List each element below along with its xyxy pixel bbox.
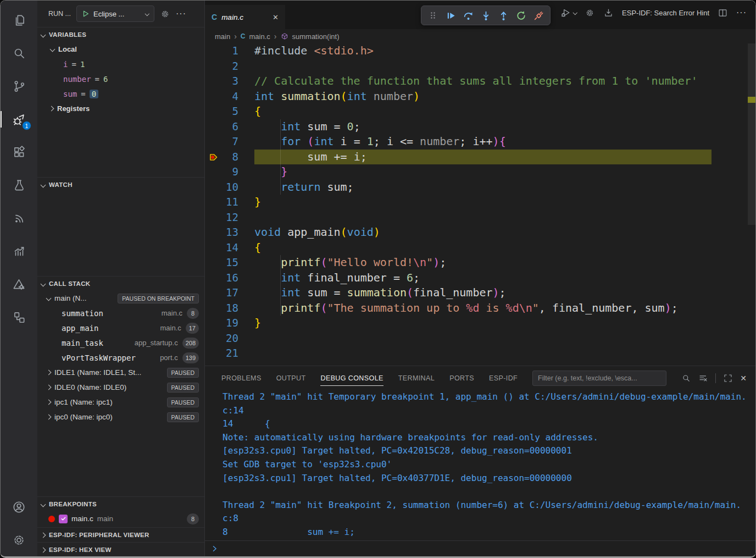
settings-gear-icon[interactable] [585, 8, 595, 18]
chevron-right-icon [41, 532, 46, 538]
current-breakpoint-icon[interactable] [209, 152, 219, 162]
run-or-debug-icon[interactable] [560, 7, 577, 18]
restart-icon[interactable] [513, 7, 529, 24]
code-line[interactable]: 15 printf("Hello world!\n"); [205, 255, 755, 270]
panel-tab-ports[interactable]: PORTS [449, 371, 474, 385]
hex-view-header[interactable]: ESP-IDF: HEX VIEW [37, 543, 204, 556]
scope-local[interactable]: Local [37, 42, 204, 57]
code-line[interactable]: 11} [205, 195, 755, 210]
close-tab-icon[interactable]: ✕ [273, 13, 279, 21]
references-icon[interactable] [1, 301, 37, 334]
scrollbar-slider[interactable] [748, 43, 755, 225]
start-debug-icon[interactable] [82, 10, 90, 18]
thread-main[interactable]: main (N... PAUSED ON BREAKPOINT [37, 291, 204, 306]
code-line[interactable]: 9 } [205, 164, 755, 180]
breadcrumb-symbol[interactable]: summation(int) [292, 32, 340, 41]
code-line[interactable]: 17 int sum = summation(final_number); [205, 285, 755, 301]
breakpoint-checkbox[interactable] [59, 515, 68, 523]
panel-tab-esp-idf[interactable]: ESP-IDF [489, 371, 518, 385]
drag-handle-icon[interactable] [425, 7, 441, 24]
paused-on-breakpoint-badge: PAUSED ON BREAKPOINT [118, 294, 199, 303]
code-line[interactable]: 21 [205, 346, 755, 361]
app-trace-icon[interactable] [1, 235, 37, 268]
settings-gear-icon[interactable] [1, 523, 37, 556]
code-line[interactable]: 18 printf("The summation up to %d is %d\… [205, 301, 755, 316]
code-line[interactable]: 10 return sum; [205, 180, 755, 195]
search-icon[interactable] [1, 37, 37, 70]
code-line[interactable]: 5{ [205, 104, 755, 119]
breakpoints-header[interactable]: BREAKPOINTS [37, 497, 204, 511]
panel-tab-debug-console[interactable]: DEBUG CONSOLE [320, 371, 383, 386]
console-filter-input[interactable] [532, 371, 666, 386]
thread-row[interactable]: IDLE0 (Name: IDLE0)PAUSED [37, 380, 204, 395]
run-and-debug-icon[interactable]: 1 [1, 103, 37, 136]
testing-icon[interactable] [1, 169, 37, 202]
debug-console-output[interactable]: Thread 2 "main" hit Temporary breakpoint… [205, 390, 755, 540]
code-line[interactable]: 1#include <stdio.h> [205, 43, 755, 59]
line-number: 21 [226, 347, 238, 359]
explorer-icon[interactable] [1, 4, 37, 37]
stack-frame-row[interactable]: vPortTaskWrapperport.c139 [37, 350, 204, 365]
debug-console-input[interactable] [205, 540, 755, 556]
stack-frame-row[interactable]: app_mainmain.c17 [37, 321, 204, 335]
split-editor-icon[interactable] [718, 8, 728, 18]
code-line[interactable]: 6 int sum = 0; [205, 119, 755, 135]
launch-config-dropdown[interactable]: Eclipse ... [76, 5, 154, 22]
code-line[interactable]: 20 [205, 331, 755, 346]
esp-idf-tools-icon[interactable] [1, 268, 37, 301]
thread-row[interactable]: ipc0 (Name: ipc0)PAUSED [37, 410, 204, 424]
step-into-icon[interactable] [477, 7, 494, 24]
code-line[interactable]: 7 for (int i = 1; i <= number; i++){ [205, 134, 755, 150]
code-line[interactable]: 3// Calculate the function that sums all… [205, 74, 755, 89]
breakpoint-item[interactable]: main.c main 8 [37, 511, 204, 526]
panel-tab-terminal[interactable]: TERMINAL [398, 371, 435, 385]
code-line[interactable]: 8 sum += i; [205, 150, 755, 165]
debug-settings-gear-icon[interactable] [160, 9, 170, 19]
peripheral-viewer-header[interactable]: ESP-IDF: PERIPHERAL VIEWER [37, 528, 204, 542]
step-over-icon[interactable] [460, 7, 476, 24]
editor-scrollbar[interactable] [748, 43, 755, 366]
call-stack-header[interactable]: CALL STACK [37, 277, 204, 291]
continue-icon[interactable] [442, 7, 459, 24]
scope-registers[interactable]: Registers [37, 101, 204, 116]
code-line[interactable]: 19} [205, 316, 755, 331]
stack-frame-row[interactable]: summationmain.c8 [37, 306, 204, 321]
stack-frame-row[interactable]: main_taskapp_startup.c208 [37, 335, 204, 350]
code-line[interactable]: 16 int final_number = 6; [205, 270, 755, 286]
code-line[interactable]: 4int summation(int number) [205, 89, 755, 104]
code-editor[interactable]: 1#include <stdio.h>23// Calculate the fu… [205, 43, 755, 366]
variable-row[interactable]: number = 6 [37, 71, 204, 86]
source-control-icon[interactable] [1, 70, 37, 103]
flash-download-icon[interactable] [603, 8, 614, 18]
variables-header[interactable]: VARIABLES [37, 27, 204, 42]
variable-row[interactable]: i = 1 [37, 57, 204, 71]
line-number: 10 [226, 181, 238, 193]
search-error-hint-button[interactable]: ESP-IDF: Search Error Hint [622, 9, 709, 17]
thread-row[interactable]: ipc1 (Name: ipc1)PAUSED [37, 395, 204, 410]
code-line[interactable]: 2 [205, 59, 755, 74]
maximize-panel-icon[interactable] [723, 373, 733, 383]
breadcrumb-folder[interactable]: main [215, 32, 230, 41]
line-number: 14 [226, 241, 238, 253]
more-actions-icon[interactable]: ··· [176, 9, 186, 19]
code-line[interactable]: 12 [205, 210, 755, 225]
close-panel-icon[interactable]: ✕ [740, 374, 747, 383]
variable-row[interactable]: sum = 0 [37, 86, 204, 101]
step-out-icon[interactable] [495, 7, 512, 24]
panel-tab-output[interactable]: OUTPUT [276, 371, 306, 385]
disconnect-icon[interactable] [530, 7, 547, 24]
breadcrumb-file[interactable]: main.c [249, 32, 270, 41]
watch-header[interactable]: WATCH [37, 178, 204, 192]
code-line[interactable]: 14{ [205, 240, 755, 256]
account-icon[interactable] [1, 490, 37, 523]
panel-tab-problems[interactable]: PROBLEMS [221, 371, 262, 385]
espressif-icon[interactable] [1, 202, 37, 235]
code-line[interactable]: 13void app_main(void) [205, 225, 755, 240]
extensions-icon[interactable] [1, 136, 37, 169]
thread-row[interactable]: IDLE1 (Name: IDLE1, St...PAUSED [37, 365, 204, 380]
chevron-right-icon [49, 106, 54, 112]
search-icon[interactable] [681, 373, 691, 383]
more-actions-icon[interactable]: ··· [736, 8, 747, 18]
tab-main-c[interactable]: C main.c ✕ [205, 5, 285, 29]
clear-console-icon[interactable] [698, 373, 708, 383]
